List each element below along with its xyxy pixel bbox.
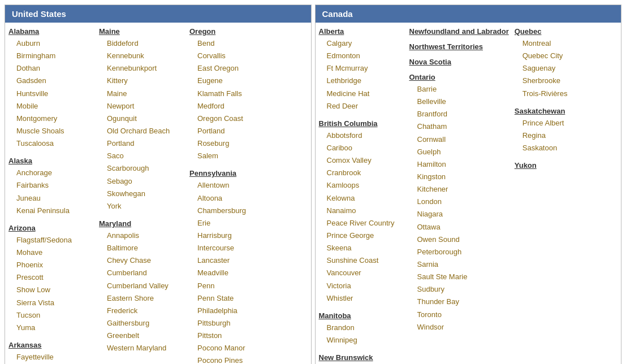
city-erie[interactable]: Erie xyxy=(189,217,274,229)
city-skeena[interactable]: Skeena xyxy=(319,242,404,254)
city-portland-me[interactable]: Portland xyxy=(99,137,184,150)
city-ottawa[interactable]: Ottawa xyxy=(409,221,509,233)
city-tuscaloosa[interactable]: Tuscaloosa xyxy=(8,137,93,150)
city-montreal[interactable]: Montreal xyxy=(515,37,599,50)
city-sunshine-coast[interactable]: Sunshine Coast xyxy=(319,254,404,267)
city-huntsville[interactable]: Huntsville xyxy=(8,88,93,100)
city-birmingham[interactable]: Birmingham xyxy=(8,50,93,62)
city-cranbrook[interactable]: Cranbrook xyxy=(319,167,404,179)
city-gadsden[interactable]: Gadsden xyxy=(8,75,93,87)
city-eugene[interactable]: Eugene xyxy=(189,75,274,87)
city-prescott[interactable]: Prescott xyxy=(8,271,93,284)
city-gaithersburg[interactable]: Gaithersburg xyxy=(99,317,184,330)
city-show-low[interactable]: Show Low xyxy=(8,284,93,296)
city-newport[interactable]: Newport xyxy=(99,100,184,112)
city-bend[interactable]: Bend xyxy=(189,37,274,50)
city-dothan[interactable]: Dothan xyxy=(8,62,93,75)
city-trois-rivieres[interactable]: Trois-Rivières xyxy=(515,88,599,100)
city-red-deer[interactable]: Red Deer xyxy=(319,100,404,112)
city-ogunquit[interactable]: Ogunquit xyxy=(99,112,184,125)
city-kennebunk[interactable]: Kennebunk xyxy=(99,50,184,62)
city-montgomery[interactable]: Montgomery xyxy=(8,112,93,125)
city-saguenay[interactable]: Saguenay xyxy=(515,62,599,75)
city-roseburg[interactable]: Roseburg xyxy=(189,137,274,150)
city-muscle-shoals[interactable]: Muscle Shoals xyxy=(8,125,93,137)
city-winnipeg[interactable]: Winnipeg xyxy=(319,334,404,346)
city-greenbelt[interactable]: Greenbelt xyxy=(99,330,184,342)
city-auburn[interactable]: Auburn xyxy=(8,37,93,50)
city-skowhegan[interactable]: Skowhegan xyxy=(99,188,184,200)
city-juneau[interactable]: Juneau xyxy=(8,192,93,205)
city-biddeford[interactable]: Biddeford xyxy=(99,37,184,50)
city-kennebunkport[interactable]: Kennebunkport xyxy=(99,62,184,75)
city-calgary[interactable]: Calgary xyxy=(319,37,404,50)
city-fairbanks[interactable]: Fairbanks xyxy=(8,179,93,192)
city-abbotsford[interactable]: Abbotsford xyxy=(319,129,404,142)
city-anchorage[interactable]: Anchorage xyxy=(8,167,93,179)
city-hamilton[interactable]: Hamilton xyxy=(409,158,509,171)
city-cumberland-valley[interactable]: Cumberland Valley xyxy=(99,280,184,292)
city-portland-or[interactable]: Portland xyxy=(189,125,274,137)
city-vancouver[interactable]: Vancouver xyxy=(319,267,404,279)
city-pocono-manor[interactable]: Pocono Manor xyxy=(189,342,274,354)
city-kittery[interactable]: Kittery xyxy=(99,75,184,87)
city-western-maryland[interactable]: Western Maryland xyxy=(99,342,184,354)
city-maine[interactable]: Maine xyxy=(99,88,184,100)
city-pittston[interactable]: Pittston xyxy=(189,330,274,342)
city-london[interactable]: London xyxy=(409,196,509,208)
city-cumberland[interactable]: Cumberland xyxy=(99,267,184,279)
city-kenai-peninsula[interactable]: Kenai Peninsula xyxy=(8,205,93,217)
city-corvallis[interactable]: Corvallis xyxy=(189,50,274,62)
city-altoona[interactable]: Altoona xyxy=(189,192,274,205)
city-sarnia[interactable]: Sarnia xyxy=(409,258,509,271)
city-old-orchard-beach[interactable]: Old Orchard Beach xyxy=(99,125,184,137)
city-mohave[interactable]: Mohave xyxy=(8,246,93,259)
city-regina[interactable]: Regina xyxy=(515,129,599,142)
city-east-oregon[interactable]: East Oregon xyxy=(189,62,274,75)
city-mobile[interactable]: Mobile xyxy=(8,100,93,112)
city-comox-valley[interactable]: Comox Valley xyxy=(319,154,404,167)
city-penn-state[interactable]: Penn State xyxy=(189,292,274,305)
city-prince-albert[interactable]: Prince Albert xyxy=(515,117,599,129)
city-frederick[interactable]: Frederick xyxy=(99,305,184,317)
city-kelowna[interactable]: Kelowna xyxy=(319,192,404,205)
city-kamloops[interactable]: Kamloops xyxy=(319,179,404,192)
city-barrie[interactable]: Barrie xyxy=(409,83,509,96)
city-meadville[interactable]: Meadville xyxy=(189,267,274,279)
city-prince-george[interactable]: Prince George xyxy=(319,229,404,242)
city-allentown[interactable]: Allentown xyxy=(189,179,274,192)
city-ft-mcmurray[interactable]: Ft Mcmurray xyxy=(319,62,404,75)
city-chambersburg[interactable]: Chambersburg xyxy=(189,205,274,217)
city-owen-sound[interactable]: Owen Sound xyxy=(409,233,509,246)
city-edmonton[interactable]: Edmonton xyxy=(319,50,404,62)
city-kitchener[interactable]: Kitchener xyxy=(409,183,509,196)
city-pocono-pines[interactable]: Pocono Pines xyxy=(189,354,274,364)
city-chevy-chase[interactable]: Chevy Chase xyxy=(99,254,184,267)
city-lancaster[interactable]: Lancaster xyxy=(189,254,274,267)
city-klamath-falls[interactable]: Klamath Falls xyxy=(189,88,274,100)
city-eastern-shore[interactable]: Eastern Shore xyxy=(99,292,184,305)
city-saskatoon[interactable]: Saskatoon xyxy=(515,142,599,154)
city-medford[interactable]: Medford xyxy=(189,100,274,112)
city-phoenix[interactable]: Phoenix xyxy=(8,259,93,271)
city-toronto[interactable]: Toronto xyxy=(409,309,509,321)
city-sierra-vista[interactable]: Sierra Vista xyxy=(8,297,93,309)
city-philadelphia[interactable]: Philadelphia xyxy=(189,305,274,317)
city-intercourse[interactable]: Intercourse xyxy=(189,242,274,254)
city-windsor[interactable]: Windsor xyxy=(409,321,509,333)
city-pittsburgh[interactable]: Pittsburgh xyxy=(189,317,274,330)
city-yuma[interactable]: Yuma xyxy=(8,322,93,334)
city-oregon-coast[interactable]: Oregon Coast xyxy=(189,112,274,125)
city-quebec-city[interactable]: Quebec City xyxy=(515,50,599,62)
city-brantford[interactable]: Brantford xyxy=(409,108,509,120)
city-salem[interactable]: Salem xyxy=(189,150,274,162)
city-lethbridge[interactable]: Lethbridge xyxy=(319,75,404,87)
city-peace-river-country[interactable]: Peace River Country xyxy=(319,217,404,229)
city-sebago[interactable]: Sebago xyxy=(99,175,184,188)
city-cariboo[interactable]: Cariboo xyxy=(319,142,404,154)
city-fayetteville[interactable]: Fayetteville xyxy=(8,351,93,363)
city-saco[interactable]: Saco xyxy=(99,150,184,162)
city-annapolis[interactable]: Annapolis xyxy=(99,229,184,242)
city-york[interactable]: York xyxy=(99,200,184,213)
city-sudbury[interactable]: Sudbury xyxy=(409,283,509,296)
